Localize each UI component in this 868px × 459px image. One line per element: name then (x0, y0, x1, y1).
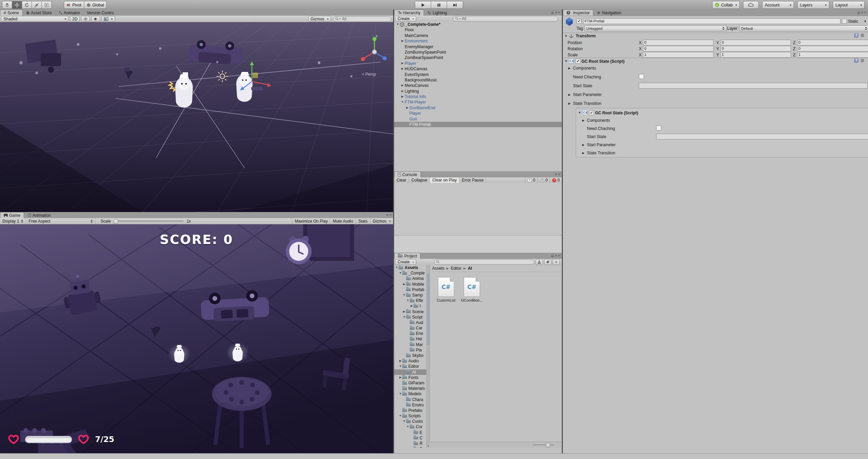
thumbnail-size-slider[interactable] (533, 444, 554, 445)
hierarchy-item-environment[interactable]: ▶Environment (394, 38, 562, 44)
position-x-field[interactable]: 0 (643, 40, 714, 45)
expand-arrow-icon[interactable]: ▼ (399, 413, 402, 419)
project-folder-cor[interactable]: ▼Cor (394, 424, 426, 429)
scroll-down-arrow-icon[interactable]: ▼ (427, 445, 429, 447)
favorites-button[interactable]: ★ (553, 259, 560, 265)
hierarchy-item-player[interactable]: ▶Player (394, 61, 562, 66)
nested-script-enabled-checkbox[interactable]: ✓ (589, 110, 594, 115)
hierarchy-item-eventsystem[interactable]: EventSystem (394, 72, 562, 77)
scene-audio-toggle[interactable] (91, 16, 100, 22)
search-by-label-button[interactable] (544, 259, 551, 265)
tab-console[interactable]: Console (394, 171, 421, 177)
expand-arrow-icon[interactable]: ▶ (399, 358, 402, 364)
console-warning-count[interactable]: 0 (537, 177, 550, 183)
start-parameter-foldout[interactable]: ▶ (568, 93, 571, 96)
expand-arrow-icon[interactable]: ▶ (410, 303, 413, 309)
layer-dropdown[interactable]: Default (739, 25, 868, 31)
expand-arrow-icon[interactable]: ▶ (400, 89, 405, 94)
hierarchy-create-dropdown[interactable]: Create▾ (395, 16, 416, 22)
project-folder-anima[interactable]: Anima (394, 276, 426, 281)
project-folder-c[interactable]: C (394, 435, 426, 441)
cloud-button[interactable] (743, 1, 759, 9)
hierarchy-item-ftm-player[interactable]: ▼FTM-Player (394, 99, 562, 105)
console-log-list[interactable] (394, 183, 562, 235)
nested-start-state-field[interactable] (656, 134, 868, 139)
nested-components-foldout[interactable]: ▶ (582, 119, 585, 122)
scale-z-field[interactable]: 1 (797, 52, 868, 58)
help-book-icon[interactable]: ? (854, 58, 858, 63)
project-folder-audio[interactable]: ▶Audio (394, 358, 426, 364)
hierarchy-item-gunbarrelend[interactable]: ▶GunBarrelEnd (394, 105, 562, 111)
project-folder-e[interactable]: E (394, 430, 426, 435)
hierarchy-item-enemymanager[interactable]: EnemyManager (394, 44, 562, 50)
project-folder-models[interactable]: ▼Models (394, 391, 426, 397)
game-panel-menu[interactable]: ▾≡ (386, 213, 392, 217)
project-folder-s[interactable]: S (394, 446, 426, 448)
rotation-z-field[interactable]: 0 (797, 46, 868, 52)
project-folder-materials[interactable]: Materials (394, 386, 426, 391)
position-z-field[interactable]: 0 (797, 40, 868, 45)
nested-need-caching-checkbox[interactable] (656, 126, 661, 131)
project-folder-fonts[interactable]: ▶Fonts (394, 375, 426, 380)
project-create-dropdown[interactable]: Create▾ (395, 259, 416, 265)
project-folder-effe[interactable]: ▼Effe (394, 298, 426, 303)
hierarchy-item-zombunnyspawnpoint[interactable]: ZomBunnySpawnPoint (394, 50, 562, 55)
expand-arrow-icon[interactable]: ▶ (402, 309, 406, 314)
rotation-x-field[interactable]: 0 (643, 46, 714, 52)
project-folder-scripts[interactable]: ▼Scripts (394, 413, 426, 419)
tab-version-control[interactable]: Version Contro (84, 10, 117, 16)
console-error-count[interactable]: 0 (550, 177, 562, 183)
global-toggle-button[interactable]: Global (84, 1, 107, 9)
static-checkbox[interactable] (842, 19, 847, 24)
console-error-pause-button[interactable]: Error Pause (459, 177, 486, 183)
nested-script-foldout[interactable]: ▼ (578, 111, 581, 114)
tab-hierarchy[interactable]: Hierarchy (394, 9, 424, 16)
hierarchy-search-input[interactable]: ▾ All (453, 16, 558, 21)
project-folder-editor[interactable]: ▼Editor (394, 364, 426, 369)
project-folder-pla[interactable]: Pla (394, 347, 426, 353)
tab-inspector[interactable]: iInspector (563, 9, 593, 16)
mute-audio-button[interactable]: Mute Audio (330, 218, 356, 224)
tag-dropdown[interactable]: Untagged (585, 25, 726, 31)
need-caching-checkbox[interactable] (639, 74, 644, 79)
tab-scene[interactable]: #Scene (0, 9, 23, 16)
project-folder-hel[interactable]: Hel (394, 336, 426, 342)
scale-slider[interactable] (114, 221, 184, 222)
state-transition-foldout[interactable]: ▶ (568, 102, 571, 105)
expand-arrow-icon[interactable]: ▼ (395, 265, 399, 270)
start-state-field[interactable] (639, 83, 868, 89)
hierarchy-item-ftm-prefab[interactable]: FTM-Prefab (394, 122, 562, 127)
static-dropdown-arrow[interactable]: ▼ (864, 20, 867, 23)
object-name-field[interactable]: FTM-Prefab (583, 18, 841, 24)
expand-arrow-icon[interactable]: ▼ (399, 391, 402, 397)
expand-arrow-icon[interactable]: ▶ (402, 282, 406, 287)
console-detail-pane[interactable] (394, 235, 562, 253)
aspect-dropdown[interactable]: Free Aspect (26, 218, 96, 224)
expand-arrow-icon[interactable]: ▼ (406, 424, 410, 429)
hand-tool-button[interactable] (2, 1, 12, 9)
inspector-panel-menu[interactable]: ▾≡ (857, 11, 867, 14)
hierarchy-item-backgroundmusic[interactable]: BackgroundMusic (394, 77, 562, 83)
scene-lighting-toggle[interactable] (81, 16, 90, 22)
gear-icon[interactable] (860, 33, 865, 38)
thumbnail-size-knob[interactable] (546, 443, 550, 447)
project-folder-ai[interactable]: AI (394, 369, 426, 375)
expand-arrow-icon[interactable]: ▼ (399, 270, 402, 276)
hierarchy-item-floor[interactable]: Floor (394, 27, 562, 33)
expand-arrow-icon[interactable]: ▶ (399, 375, 402, 380)
nested-start-parameter-foldout[interactable]: ▶ (582, 143, 585, 147)
console-clear-on-play-button[interactable]: Clear on Play (430, 177, 459, 183)
transform-foldout[interactable]: ▼ (565, 34, 568, 38)
tab-navigation[interactable]: Navigation (593, 10, 625, 16)
tab-animator[interactable]: Animator (55, 10, 84, 16)
maximize-on-play-button[interactable]: Maximize On Play (292, 218, 331, 224)
expand-arrow-icon[interactable]: ▶ (400, 94, 405, 99)
expand-arrow-icon[interactable]: ▼ (402, 314, 406, 320)
expand-arrow-icon[interactable]: ▶ (405, 105, 409, 111)
expand-arrow-icon[interactable]: ▼ (402, 292, 406, 298)
scale-y-field[interactable]: 1 (720, 52, 791, 58)
asset-customlist[interactable]: C# CustomList (434, 277, 458, 302)
stats-button[interactable]: Stats (356, 218, 370, 224)
project-folder-car[interactable]: Car (394, 325, 426, 331)
console-clear-button[interactable]: Clear (394, 177, 409, 183)
